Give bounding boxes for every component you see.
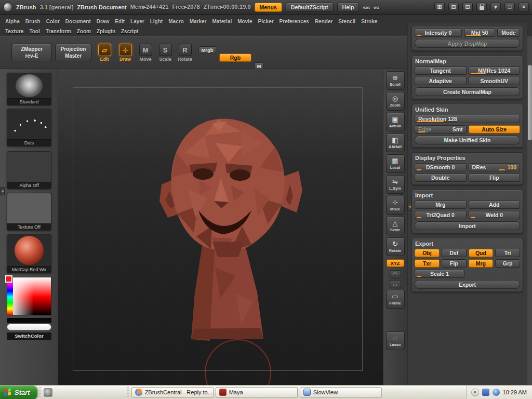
export-scale-slider[interactable]: Scale 1	[415, 270, 464, 278]
export-button[interactable]: Export	[415, 280, 520, 289]
export-mrg-toggle[interactable]: Mrg	[469, 259, 494, 268]
scale-mode-button[interactable]: S Scale	[156, 44, 174, 62]
document-canvas[interactable]	[58, 69, 383, 385]
smt-slider[interactable]: Edge Smt	[415, 125, 467, 134]
edit-mode-button[interactable]: ▱ Edit	[96, 44, 113, 62]
menu-light[interactable]: Light	[150, 19, 163, 24]
tri2quad-slider[interactable]: Tri2Quad 0	[415, 211, 467, 219]
current-alpha[interactable]: Alpha Off	[7, 151, 51, 189]
tasks-grip[interactable]	[127, 387, 129, 397]
shelf-button-rotate[interactable]: ↻ Rotate	[386, 237, 405, 256]
rgb-button[interactable]: Rgb	[219, 54, 251, 62]
menu-color[interactable]: Color	[46, 19, 60, 24]
export-flp-toggle[interactable]: Flp	[442, 259, 467, 268]
split-layout-icon[interactable]: ⊟	[448, 3, 459, 11]
hue-strip[interactable]	[7, 277, 13, 315]
lock-button[interactable]	[476, 3, 487, 11]
panel-scrollbar[interactable]	[527, 36, 532, 385]
tile-layout-icon[interactable]: ⊞	[434, 3, 445, 11]
nmres-slider[interactable]: NMRes 1024	[469, 66, 521, 75]
scrollbar-thumb[interactable]	[528, 65, 532, 140]
menu-picker[interactable]: Picker	[258, 19, 274, 24]
export-txr-toggle[interactable]: Txr	[415, 259, 440, 268]
right-tray-handle[interactable]: ◂	[407, 203, 412, 211]
menu-zscript[interactable]: Zscript	[121, 29, 138, 34]
shelf-button-local[interactable]: ▦ Local	[386, 154, 405, 173]
import-add-toggle[interactable]: Add	[469, 201, 521, 209]
saturation-value-square[interactable]	[13, 277, 51, 315]
restore-button[interactable]: □	[504, 3, 515, 11]
shelf-button-lsym[interactable]: ⇋ L.Sym	[386, 175, 405, 194]
dres-slider[interactable]: DRes 100	[469, 163, 521, 171]
shelf-button-lasso[interactable]: ◌ Lasso	[386, 331, 405, 350]
tangent-toggle[interactable]: Tangent	[415, 66, 467, 75]
menu-preferences[interactable]: Preferences	[280, 19, 309, 24]
menu-layer[interactable]: Layer	[130, 19, 144, 24]
intensity-slider[interactable]: Intensity 0	[415, 29, 462, 37]
zmapper-button[interactable]: ZMapper rev-E	[11, 44, 52, 61]
current-color-swatch[interactable]	[5, 275, 12, 283]
gyro-up-icon[interactable]: ◠	[390, 270, 401, 278]
shelf-button-scroll[interactable]: ⊕ Scroll	[386, 71, 405, 90]
gyro-down-icon[interactable]: ◡	[390, 280, 401, 288]
menu-stencil[interactable]: Stencil	[338, 19, 355, 24]
export-dxf-toggle[interactable]: Dxf	[442, 249, 467, 257]
dock-layout-icon[interactable]: ⊡	[462, 3, 473, 11]
xyz-button[interactable]: XYZ	[387, 259, 404, 267]
resolution-slider[interactable]: Resolution 128	[415, 115, 520, 123]
current-stroke-dots[interactable]: Dots	[7, 109, 51, 147]
smoothuv-toggle[interactable]: SmoothUV	[469, 77, 521, 85]
menu-alpha[interactable]: Alpha	[5, 19, 20, 24]
alt-color-bar[interactable]	[7, 324, 51, 330]
import-mrg-toggle[interactable]: Mrg	[415, 201, 467, 209]
close-button[interactable]: ×	[518, 3, 529, 11]
make-unified-skin-button[interactable]: Make Unified Skin	[415, 136, 520, 144]
menu-tool[interactable]: Tool	[29, 29, 39, 34]
menu-zplugin[interactable]: Zplugin	[97, 29, 115, 34]
quicklaunch-grip[interactable]	[39, 387, 41, 397]
import-button[interactable]: Import	[415, 221, 520, 230]
menu-transform[interactable]: Transform	[46, 29, 71, 34]
menu-stroke[interactable]: Stroke	[361, 19, 377, 24]
left-tray-handle[interactable]: ◂	[0, 187, 5, 195]
switch-color-button[interactable]: SwitchColor	[7, 332, 51, 340]
tray-app-icon[interactable]	[482, 389, 489, 396]
menu-document[interactable]: Document	[65, 19, 91, 24]
current-material[interactable]: MatCap Red Wa	[7, 234, 51, 273]
shelf-button-move[interactable]: ⊹ Move	[386, 196, 405, 215]
auto-size-toggle[interactable]: Auto Size	[469, 125, 521, 134]
export-tri-toggle[interactable]: Tri	[495, 249, 520, 257]
menu-draw[interactable]: Draw	[97, 19, 109, 24]
current-brush-standard[interactable]: Standard	[7, 73, 51, 105]
menu-movie[interactable]: Movie	[237, 19, 252, 24]
apply-dispmap-button[interactable]: Apply DispMap	[415, 39, 520, 48]
menu-texture[interactable]: Texture	[5, 29, 23, 34]
move-mode-button[interactable]: M Move	[137, 44, 154, 62]
default-zscript-button[interactable]: DefaultZScript	[286, 3, 334, 12]
export-qud-toggle[interactable]: Qud	[469, 249, 494, 257]
menu-marker[interactable]: Marker	[190, 19, 207, 24]
weld-slider[interactable]: Weld 0	[469, 211, 521, 219]
draw-mode-button[interactable]: ⊹ Draw	[116, 44, 134, 62]
mode-toggle[interactable]: Mode	[497, 29, 520, 37]
shelf-button-actual[interactable]: ▣ Actual	[386, 113, 405, 131]
rotate-mode-button[interactable]: R Rotate	[176, 44, 194, 62]
tray-network-icon[interactable]	[493, 389, 500, 396]
taskbar-item-zbrushcentral[interactable]: ZBrushCentral - Reply to...	[131, 387, 214, 398]
adaptive-toggle[interactable]: Adaptive	[415, 77, 467, 85]
export-grp-toggle[interactable]: Grp	[495, 259, 520, 268]
quicklaunch-icon[interactable]	[44, 388, 52, 397]
menu-material[interactable]: Material	[212, 19, 232, 24]
color-picker[interactable]	[7, 277, 51, 315]
mrgb-button[interactable]: Mrgb	[198, 46, 216, 54]
export-obj-toggle[interactable]: Obj	[415, 249, 440, 257]
shelf-button-scale[interactable]: △ Scale	[386, 217, 405, 235]
menus-button[interactable]: Menus	[255, 3, 282, 12]
taskbar-item-slowview[interactable]: SlowView	[300, 387, 382, 398]
menu-brush[interactable]: Brush	[25, 19, 41, 24]
menu-render[interactable]: Render	[315, 19, 332, 24]
current-texture[interactable]: Texture Off	[7, 193, 51, 231]
shelf-button-aahalf[interactable]: ◧ AAHalf	[386, 134, 405, 152]
start-button[interactable]: Start	[0, 385, 37, 399]
shelf-button-zoom[interactable]: ◎ Zoom	[386, 92, 405, 111]
